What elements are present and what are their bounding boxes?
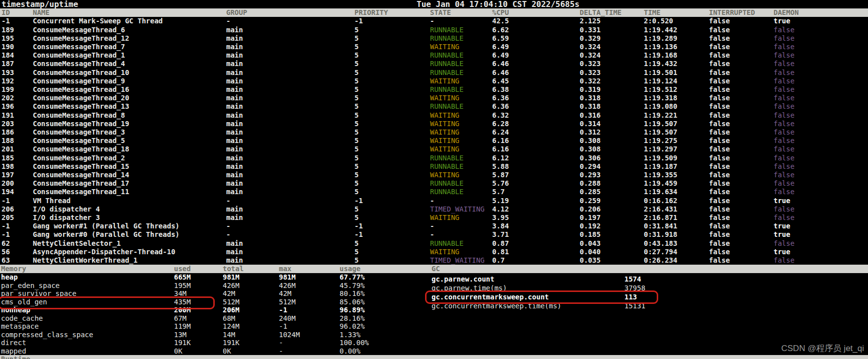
thread-cell-id: 189 [1,26,14,34]
thread-cell-delta-time: 0.308 [580,137,601,145]
thread-cell-group: main [226,85,243,94]
thread-cell-cpu: 5.88 [492,162,509,171]
column-header-used: used [174,265,191,273]
thread-cell-daemon: false [774,179,794,188]
thread-cell-daemon: false [774,145,794,153]
thread-cell-cpu: 4.12 [492,205,509,214]
memory-cell-used: 13M [174,331,186,339]
thread-cell-daemon: false [774,214,794,222]
thread-cell-id: -1 [1,230,10,239]
thread-cell-interrupted: false [709,154,730,162]
thread-cell-group: main [226,120,243,128]
thread-cell-group: main [226,43,243,51]
thread-cell-group: - [226,230,230,239]
thread-cell-time: 1:19.168 [644,51,677,60]
thread-cell-id: -1 [1,197,10,205]
thread-row: 185ConsumeMessageThread_2main5RUNNABLE6.… [0,154,868,162]
thread-cell-time: 1:19.432 [644,60,677,68]
column-header-max: max [279,265,291,273]
thread-cell-priority: 5 [354,205,358,214]
memory-row: mapped0K0K-0.00% [0,347,868,356]
thread-cell-delta-time: 0.288 [580,179,601,188]
thread-cell-priority: 5 [354,94,358,102]
thread-cell-name: ConsumeMessageThread_7 [33,43,125,51]
thread-cell-delta-time: 0.312 [580,128,601,137]
thread-row: 197ConsumeMessageThread_14main5WAITING5.… [0,171,868,179]
thread-cell-daemon: false [774,77,794,85]
thread-cell-delta-time: 0.294 [580,162,601,171]
thread-cell-daemon: false [774,188,794,196]
thread-row: 184ConsumeMessageThread_1main5RUNNABLE6.… [0,51,868,60]
thread-cell-state: WAITING [430,128,459,137]
thread-cell-daemon: true [774,17,790,25]
thread-cell-interrupted: false [709,77,730,85]
thread-cell-name: ConsumeMessageThread_13 [33,102,129,111]
thread-cell-daemon: true [774,248,790,256]
thread-cell-daemon: false [774,111,794,120]
thread-cell-id: 184 [1,51,14,60]
gc-row: gc.concurrentmarksweep.time(ms)15131 [0,302,868,310]
thread-cell-interrupted: false [709,43,730,51]
thread-cell-daemon: false [774,256,794,265]
thread-cell-daemon: false [774,137,794,145]
thread-cell-daemon: false [774,120,794,128]
thread-cell-state: RUNNABLE [430,239,463,248]
thread-cell-interrupted: false [709,230,730,239]
thread-cell-id: 195 [1,34,14,43]
thread-cell-daemon: false [774,239,794,248]
thread-cell-delta-time: 0.323 [580,69,601,77]
thread-cell-group: main [226,188,243,196]
thread-row: 193ConsumeMessageThread_10main5RUNNABLE6… [0,69,868,77]
thread-cell-daemon: false [774,94,794,102]
thread-cell-state: WAITING [430,137,459,145]
thread-cell-priority: 5 [354,34,358,43]
thread-cell-id: 62 [1,239,10,248]
memory-cell-usage: 28.16% [340,314,365,323]
thread-cell-delta-time: 0.185 [580,230,601,239]
thread-cell-time: 1:19.275 [644,137,677,145]
column-header-total: total [223,265,244,273]
gc-cell-name: gc.concurrentmarksweep.time(ms) [432,302,561,310]
thread-cell-time: 1:19.634 [644,188,677,196]
thread-cell-cpu: 0.7 [492,256,505,265]
gc-cell-value: 113 [624,293,637,301]
gc-row: gc.concurrentmarksweep.count113 [0,293,868,301]
thread-cell-name: NettyClientWorkerThread_1 [33,256,138,265]
thread-cell-id: 185 [1,154,14,162]
thread-cell-group: main [226,34,243,43]
thread-cell-group: main [226,51,243,60]
column-header-name: NAME [33,8,50,17]
thread-cell-interrupted: false [709,137,730,145]
thread-row: 201ConsumeMessageThread_18main5WAITING6.… [0,145,868,153]
thread-cell-time: 1:19.512 [644,85,677,94]
thread-cell-state: RUNNABLE [430,179,463,188]
thread-cell-interrupted: false [709,171,730,179]
thread-row: 190ConsumeMessageThread_7main5WAITING6.4… [0,43,868,51]
thread-cell-cpu: 3.71 [492,230,509,239]
thread-cell-group: main [226,137,243,145]
gc-cell-name: gc.concurrentmarksweep.count [432,293,549,301]
thread-cell-cpu: 6.49 [492,43,509,51]
thread-cell-daemon: false [774,102,794,111]
thread-cell-cpu: 6.46 [492,69,509,77]
thread-cell-daemon: false [774,26,794,34]
thread-cell-daemon: false [774,162,794,171]
thread-cell-cpu: 5.76 [492,179,509,188]
thread-cell-priority: 5 [354,85,358,94]
thread-cell-state: RUNNABLE [430,154,463,162]
thread-cell-time: 0:43.183 [644,239,677,248]
thread-row: 198ConsumeMessageThread_15main5RUNNABLE5… [0,162,868,171]
thread-cell-state: RUNNABLE [430,51,463,60]
thread-row: 188ConsumeMessageThread_5main5WAITING6.1… [0,137,868,145]
thread-row: -1Concurrent Mark-Sweep GC Thread--1-42.… [0,17,868,25]
thread-cell-name: ConsumeMessageThread_14 [33,171,129,179]
thread-cell-priority: 5 [354,188,358,196]
thread-cell-interrupted: false [709,248,730,256]
thread-cell-id: 199 [1,85,14,94]
column-header-cpu: %CPU [492,8,509,17]
thread-cell-name: NettyClientSelector_1 [33,239,121,248]
thread-cell-priority: 5 [354,51,358,60]
thread-cell-name: VM Thread [33,197,71,205]
thread-cell-state: WAITING [430,171,459,179]
memory-cell-used: 67M [174,314,186,323]
